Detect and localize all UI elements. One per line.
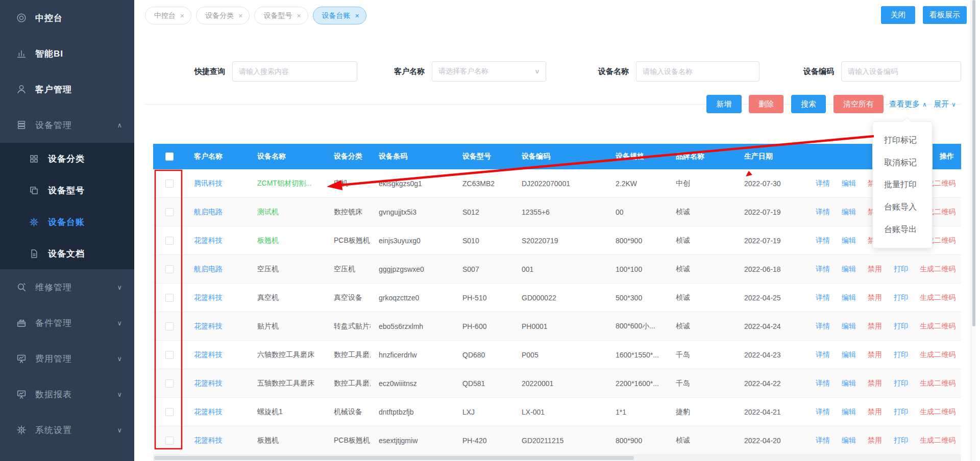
action-1[interactable]: 编辑 [842,208,856,217]
sidebar-item-1[interactable]: 智能BI [0,36,134,71]
expand-link[interactable]: 展开∨ [934,95,956,113]
action-0[interactable]: 详情 [816,436,830,445]
dropdown-item-0[interactable]: 打印标记 [873,136,932,144]
action-1[interactable]: 编辑 [842,350,856,360]
table-row-0[interactable]: 腾讯科技ZCMT铝材切割...电机eklsgkgzs0g1ZC63MB2DJ20… [153,169,961,198]
sidebar-subitem-1[interactable]: 设备型号 [0,174,134,206]
row-checkbox[interactable] [165,208,174,216]
table-row-8[interactable]: 花篮科技螺旋机1机械设备dntftptbzfjbLXJLX-0011*1捷豹20… [153,398,961,426]
cell-0[interactable]: 花篮科技 [186,312,249,340]
action-1[interactable]: 编辑 [842,407,856,417]
action-0[interactable]: 详情 [816,322,830,331]
cell-1[interactable]: 五轴数控工具磨床 [249,369,326,397]
row-checkbox[interactable] [165,180,174,188]
table-row-9[interactable]: 花篮科技板翘机PCB板翘机esextjtjgmiwPH-420GD2021121… [153,426,961,455]
table-row-2[interactable]: 花篮科技板翘机PCB板翘机einjs3uyuxg0S010S2022071980… [153,226,961,255]
action-3[interactable]: 打印 [894,350,908,360]
cell-1[interactable]: 板翘机 [249,226,326,254]
tab-2[interactable]: 设备型号 × [254,7,308,24]
action-4[interactable]: 生成二维码 [920,436,955,445]
cell-0[interactable]: 花篮科技 [186,426,249,454]
action-4[interactable]: 生成二维码 [920,407,955,417]
sidebar-subitem-3[interactable]: 设备文档 [0,238,134,269]
close-button[interactable]: 关闭 [881,6,915,24]
action-2[interactable]: 禁用 [868,407,882,417]
table-row-6[interactable]: 花篮科技六轴数控工具磨床数控工具磨床hnzficerdrlwQD680P0051… [153,341,961,369]
dropdown-item-1[interactable]: 取消标记 [873,159,932,167]
cell-1[interactable]: 螺旋机1 [249,398,326,426]
table-row-4[interactable]: 花篮科技真空机真空设备grkoqzcttze0PH-510GD000022500… [153,284,961,312]
horizontal-scrollbar[interactable] [153,455,961,461]
sidebar-item-2[interactable]: 客户管理 [0,71,134,107]
action-2[interactable]: 禁用 [868,322,882,331]
action-2[interactable]: 禁用 [868,379,882,388]
device-code-input[interactable] [841,61,961,82]
customer-name-select[interactable]: 请选择客户名称 ∨ [432,61,546,82]
close-icon[interactable]: × [355,12,359,20]
sidebar-item-8[interactable]: 系统设置∨ [0,412,134,448]
action-4[interactable]: 生成二维码 [920,322,955,331]
action-1[interactable]: 编辑 [842,379,856,388]
action-4[interactable]: 生成二维码 [920,293,955,302]
cell-1[interactable]: 板翘机 [249,426,326,454]
row-checkbox[interactable] [165,351,174,359]
sidebar-item-7[interactable]: 数据报表∨ [0,376,134,412]
action-1[interactable]: 编辑 [842,265,856,274]
sidebar-subitem-0[interactable]: 设备分类 [0,143,134,174]
horizontal-scrollbar-thumb[interactable] [154,456,634,460]
cell-1[interactable]: 测试机 [249,198,326,226]
dropdown-item-4[interactable]: 台账导出 [873,225,932,234]
action-1[interactable]: 编辑 [842,293,856,302]
action-0[interactable]: 详情 [816,379,830,388]
action-1[interactable]: 编辑 [842,179,856,188]
tab-3[interactable]: 设备台账 × [313,7,366,24]
row-checkbox[interactable] [165,294,174,302]
action-4[interactable]: 生成二维码 [920,265,955,274]
action-3[interactable]: 打印 [894,322,908,331]
action-0[interactable]: 详情 [816,236,830,245]
close-icon[interactable]: × [238,12,242,20]
cell-0[interactable]: 花篮科技 [186,226,249,254]
cell-1[interactable]: ZCMT铝材切割... [249,169,326,197]
add-button[interactable]: 新增 [706,95,742,113]
action-4[interactable]: 生成二维码 [920,379,955,388]
cell-1[interactable]: 空压机 [249,255,326,283]
cell-0[interactable]: 航启电路 [186,198,249,226]
action-3[interactable]: 打印 [894,436,908,445]
cell-1[interactable]: 贴片机 [249,312,326,340]
sidebar-item-0[interactable]: 中控台 [0,0,134,36]
action-3[interactable]: 打印 [894,293,908,302]
cell-1[interactable]: 六轴数控工具磨床 [249,341,326,369]
cell-0[interactable]: 航启电路 [186,255,249,283]
action-3[interactable]: 打印 [894,379,908,388]
cell-0[interactable]: 花篮科技 [186,341,249,369]
row-checkbox[interactable] [165,408,174,416]
row-checkbox[interactable] [165,322,174,330]
cell-0[interactable]: 腾讯科技 [186,169,249,197]
tab-1[interactable]: 设备分类 × [196,7,250,24]
action-1[interactable]: 编辑 [842,436,856,445]
table-row-3[interactable]: 航启电路空压机空压机gggjpzgswxe0S007001100*100桢诚20… [153,255,961,284]
search-button[interactable]: 搜索 [791,95,826,113]
table-row-5[interactable]: 花篮科技贴片机转盘式贴片机ebo5s6rzxlmhPH-600PH0001800… [153,312,961,341]
sidebar-item-5[interactable]: 备件管理∨ [0,305,134,341]
row-checkbox[interactable] [165,379,174,388]
device-name-input[interactable] [636,61,760,82]
row-checkbox[interactable] [165,437,174,445]
board-display-button[interactable]: 看板展示 [923,6,967,24]
row-checkbox[interactable] [165,237,174,245]
action-1[interactable]: 编辑 [842,236,856,245]
dropdown-item-2[interactable]: 批量打印 [873,181,932,189]
action-0[interactable]: 详情 [816,265,830,274]
table-row-7[interactable]: 花篮科技五轴数控工具磨床数控工具磨床ecz0wiiitnszQD58120220… [153,369,961,398]
action-4[interactable]: 生成二维码 [920,350,955,360]
action-2[interactable]: 禁用 [868,436,882,445]
vertical-scrollbar[interactable] [971,0,976,461]
dropdown-item-3[interactable]: 台账导入 [873,203,932,211]
close-icon[interactable]: × [297,12,301,20]
cell-1[interactable]: 真空机 [249,284,326,312]
action-0[interactable]: 详情 [816,293,830,302]
vertical-scrollbar-thumb[interactable] [972,0,975,326]
quick-search-input[interactable] [232,61,357,82]
action-0[interactable]: 详情 [816,350,830,360]
